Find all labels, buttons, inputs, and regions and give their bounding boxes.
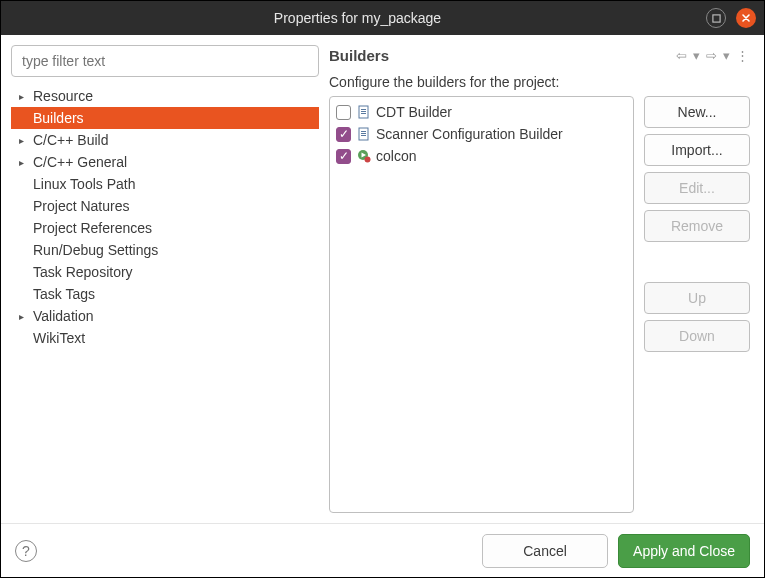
close-button[interactable]	[736, 8, 756, 28]
svg-rect-6	[361, 131, 366, 132]
titlebar: Properties for my_package	[1, 1, 764, 35]
help-button[interactable]: ?	[15, 540, 37, 562]
sidebar: ▸ResourceBuilders▸C/C++ Build▸C/C++ Gene…	[11, 45, 319, 513]
window-title: Properties for my_package	[9, 10, 706, 26]
tree-item[interactable]: Task Repository	[11, 261, 319, 283]
builder-label: Scanner Configuration Builder	[376, 126, 563, 142]
button-spacer	[644, 248, 750, 276]
tree-item[interactable]: Task Tags	[11, 283, 319, 305]
run-config-icon	[356, 149, 371, 164]
close-icon	[741, 13, 751, 23]
nav-back-icon[interactable]: ⇦	[675, 48, 688, 63]
tree-item[interactable]: ▸C/C++ Build	[11, 129, 319, 151]
tree-item-label: Builders	[33, 110, 84, 126]
expand-arrow-icon: ▸	[19, 135, 33, 146]
new-button[interactable]: New...	[644, 96, 750, 128]
tree-item-label: Linux Tools Path	[33, 176, 135, 192]
tree-item[interactable]: Linux Tools Path	[11, 173, 319, 195]
tree-item-label: Task Repository	[33, 264, 133, 280]
tree-item[interactable]: ▸Resource	[11, 85, 319, 107]
page-title: Builders	[329, 47, 675, 64]
nav-back-menu-icon[interactable]: ▾	[692, 48, 701, 63]
header-toolbar: ⇦ ▾ ⇨ ▾ ⋮	[675, 48, 750, 63]
tree-item[interactable]: Run/Debug Settings	[11, 239, 319, 261]
svg-rect-7	[361, 133, 366, 134]
view-menu-icon[interactable]: ⋮	[735, 48, 750, 63]
builder-label: CDT Builder	[376, 104, 452, 120]
page-description: Configure the builders for the project:	[325, 74, 754, 96]
down-button: Down	[644, 320, 750, 352]
svg-rect-8	[361, 135, 366, 136]
tree-item-label: Run/Debug Settings	[33, 242, 158, 258]
main-panel: Builders ⇦ ▾ ⇨ ▾ ⋮ Configure the builder…	[325, 45, 754, 513]
filter-input[interactable]	[11, 45, 319, 77]
svg-rect-3	[361, 111, 366, 112]
document-icon	[356, 127, 371, 142]
builder-label: colcon	[376, 148, 416, 164]
document-icon	[356, 105, 371, 120]
tree-item[interactable]: WikiText	[11, 327, 319, 349]
builder-row[interactable]: ✓colcon	[336, 145, 627, 167]
expand-arrow-icon: ▸	[19, 157, 33, 168]
tree-item-label: Project Natures	[33, 198, 129, 214]
svg-rect-2	[361, 109, 366, 110]
tree-item-label: C/C++ General	[33, 154, 127, 170]
builder-checkbox[interactable]: ✓	[336, 149, 351, 164]
edit-button: Edit...	[644, 172, 750, 204]
tree-item[interactable]: Project References	[11, 217, 319, 239]
import-button[interactable]: Import...	[644, 134, 750, 166]
builder-row[interactable]: CDT Builder	[336, 101, 627, 123]
tree-item-label: C/C++ Build	[33, 132, 108, 148]
bottom-bar: ? Cancel Apply and Close	[1, 523, 764, 577]
tree-item[interactable]: ▸C/C++ General	[11, 151, 319, 173]
tree-item-label: Validation	[33, 308, 93, 324]
main-body: CDT Builder✓Scanner Configuration Builde…	[325, 96, 754, 513]
up-button: Up	[644, 282, 750, 314]
svg-rect-4	[361, 113, 366, 114]
nav-forward-menu-icon[interactable]: ▾	[722, 48, 731, 63]
tree-item-label: Project References	[33, 220, 152, 236]
maximize-icon	[712, 14, 721, 23]
builders-buttons: New... Import... Edit... Remove Up Down	[644, 96, 750, 513]
svg-point-10	[364, 157, 370, 163]
tree-item-label: Task Tags	[33, 286, 95, 302]
expand-arrow-icon: ▸	[19, 91, 33, 102]
apply-close-button[interactable]: Apply and Close	[618, 534, 750, 568]
builder-row[interactable]: ✓Scanner Configuration Builder	[336, 123, 627, 145]
builders-list[interactable]: CDT Builder✓Scanner Configuration Builde…	[329, 96, 634, 513]
help-icon: ?	[22, 543, 30, 559]
main-header: Builders ⇦ ▾ ⇨ ▾ ⋮	[325, 45, 754, 74]
nav-forward-icon[interactable]: ⇨	[705, 48, 718, 63]
content: ▸ResourceBuilders▸C/C++ Build▸C/C++ Gene…	[1, 35, 764, 523]
builder-checkbox[interactable]	[336, 105, 351, 120]
tree-item-label: Resource	[33, 88, 93, 104]
tree-item[interactable]: ▸Validation	[11, 305, 319, 327]
expand-arrow-icon: ▸	[19, 311, 33, 322]
titlebar-controls	[706, 8, 756, 28]
maximize-button[interactable]	[706, 8, 726, 28]
category-tree[interactable]: ▸ResourceBuilders▸C/C++ Build▸C/C++ Gene…	[11, 83, 319, 513]
builder-checkbox[interactable]: ✓	[336, 127, 351, 142]
svg-rect-0	[712, 14, 719, 21]
tree-item[interactable]: Builders	[11, 107, 319, 129]
tree-item-label: WikiText	[33, 330, 85, 346]
remove-button: Remove	[644, 210, 750, 242]
cancel-button[interactable]: Cancel	[482, 534, 608, 568]
tree-item[interactable]: Project Natures	[11, 195, 319, 217]
